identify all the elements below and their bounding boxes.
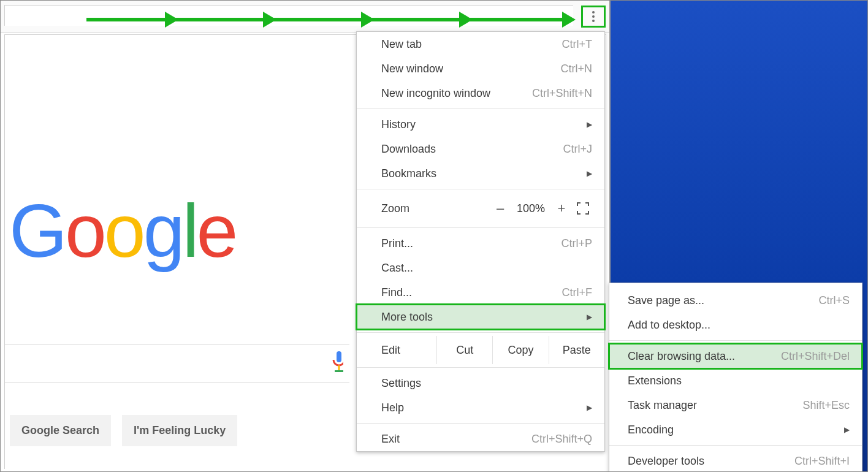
copy-button[interactable]: Copy [492, 336, 548, 364]
chevron-right-icon: ▶ [587, 403, 592, 412]
feeling-lucky-button[interactable]: I'm Feeling Lucky [122, 415, 237, 446]
menu-separator [357, 227, 604, 228]
menu-item-shortcut: Ctrl+Shift+Q [531, 433, 592, 446]
menu-item-task-manager[interactable]: Task managerShift+Esc [609, 393, 862, 417]
annotation-arrow [86, 18, 572, 21]
menu-item-label: Exit [381, 433, 531, 446]
menu-item-help[interactable]: Help▶ [357, 395, 604, 420]
annotation-arrowhead-icon [459, 12, 473, 28]
google-search-button[interactable]: Google Search [10, 415, 111, 446]
svg-rect-2 [335, 370, 343, 372]
menu-separator [609, 340, 862, 341]
menu-item-label: Cast... [381, 262, 592, 275]
menu-item-exit[interactable]: ExitCtrl+Shift+Q [357, 427, 604, 451]
menu-item-print[interactable]: Print...Ctrl+P [357, 231, 604, 256]
cut-button[interactable]: Cut [436, 336, 492, 364]
menu-item-shortcut: Ctrl+S [818, 294, 850, 307]
menu-item-shortcut: Ctrl+Shift+I [794, 455, 850, 468]
menu-item-label: Clear browsing data... [628, 350, 781, 363]
menu-item-shortcut: Ctrl+J [563, 143, 592, 156]
menu-separator [357, 108, 604, 109]
menu-item-add-desktop[interactable]: Add to desktop... [609, 313, 862, 337]
menu-item-label: New tab [381, 38, 562, 51]
svg-rect-0 [337, 351, 341, 362]
menu-item-new-incognito[interactable]: New incognito windowCtrl+Shift+N [357, 81, 604, 105]
annotation-arrowhead-icon [165, 12, 178, 28]
mic-icon[interactable] [330, 349, 343, 378]
zoom-percent: 100% [512, 202, 549, 215]
chrome-menu-button[interactable] [581, 6, 606, 28]
chevron-right-icon: ▶ [844, 425, 850, 434]
menu-item-label: Developer tools [628, 455, 794, 468]
zoom-in-button[interactable]: + [549, 200, 574, 216]
chevron-right-icon: ▶ [587, 169, 592, 178]
search-input[interactable] [5, 344, 349, 383]
menu-item-shortcut: Ctrl+F [562, 286, 593, 299]
chrome-main-menu: New tabCtrl+TNew windowCtrl+NNew incogni… [356, 31, 605, 452]
menu-item-new-tab[interactable]: New tabCtrl+T [357, 32, 604, 56]
url-bar[interactable] [4, 5, 573, 26]
menu-item-label: Task manager [628, 399, 802, 412]
menu-item-label: Encoding [628, 424, 840, 436]
annotation-arrowhead-icon [562, 12, 576, 28]
zoom-label: Zoom [381, 202, 488, 215]
zoom-out-button[interactable]: – [488, 200, 512, 216]
menu-item-dev-tools[interactable]: Developer toolsCtrl+Shift+I [609, 449, 862, 472]
fullscreen-icon [577, 202, 589, 215]
menu-item-label: New window [381, 63, 560, 75]
chevron-right-icon: ▶ [587, 120, 592, 129]
menu-item-zoom: Zoom–100%+ [357, 192, 604, 224]
menu-item-label: Find... [381, 286, 562, 299]
menu-item-shortcut: Ctrl+T [562, 38, 593, 51]
menu-item-shortcut: Ctrl+Shift+N [532, 87, 592, 100]
menu-separator [357, 367, 604, 368]
menu-separator [357, 189, 604, 189]
menu-item-label: Save page as... [628, 294, 818, 307]
google-logo: Google [9, 188, 235, 274]
menu-separator [357, 332, 604, 333]
menu-item-label: Add to desktop... [628, 319, 850, 332]
fullscreen-button[interactable] [574, 202, 592, 215]
menu-item-bookmarks[interactable]: Bookmarks▶ [357, 161, 604, 186]
browser-toolbar [1, 1, 609, 32]
menu-item-extensions[interactable]: Extensions [609, 368, 862, 393]
menu-item-label: Extensions [628, 375, 850, 387]
menu-item-more-tools[interactable]: More tools▶ [357, 305, 604, 329]
menu-item-edit: EditCutCopyPaste [357, 336, 604, 364]
paste-button[interactable]: Paste [549, 336, 604, 364]
menu-item-save-page[interactable]: Save page as...Ctrl+S [609, 288, 862, 313]
menu-item-shortcut: Ctrl+P [561, 237, 592, 250]
more-tools-submenu: Save page as...Ctrl+SAdd to desktop...Cl… [609, 283, 862, 472]
svg-rect-1 [338, 365, 340, 370]
menu-item-label: Print... [381, 237, 561, 250]
menu-item-shortcut: Ctrl+Shift+Del [781, 350, 850, 363]
menu-item-downloads[interactable]: DownloadsCtrl+J [357, 137, 604, 161]
menu-item-label: Bookmarks [381, 167, 583, 180]
menu-item-settings[interactable]: Settings [357, 371, 604, 395]
menu-item-cast[interactable]: Cast... [357, 256, 604, 280]
menu-item-label: Settings [381, 377, 592, 390]
menu-item-label: New incognito window [381, 87, 532, 100]
menu-item-shortcut: Shift+Esc [802, 399, 850, 412]
menu-item-find[interactable]: Find...Ctrl+F [357, 280, 604, 305]
menu-item-shortcut: Ctrl+N [560, 63, 592, 75]
chevron-right-icon: ▶ [587, 313, 592, 321]
menu-item-label: Downloads [381, 143, 563, 156]
annotation-arrowhead-icon [361, 12, 375, 28]
edit-label: Edit [357, 344, 436, 357]
menu-separator [609, 445, 862, 446]
menu-item-history[interactable]: History▶ [357, 112, 604, 137]
menu-separator [357, 423, 604, 424]
menu-item-clear-browsing[interactable]: Clear browsing data...Ctrl+Shift+Del [609, 344, 862, 368]
menu-item-new-window[interactable]: New windowCtrl+N [357, 56, 604, 81]
menu-item-encoding[interactable]: Encoding▶ [609, 417, 862, 442]
annotation-arrowhead-icon [263, 12, 276, 28]
vertical-dots-icon [592, 11, 595, 22]
menu-item-label: History [381, 118, 583, 131]
menu-item-label: Help [381, 402, 583, 414]
menu-item-label: More tools [381, 311, 583, 324]
